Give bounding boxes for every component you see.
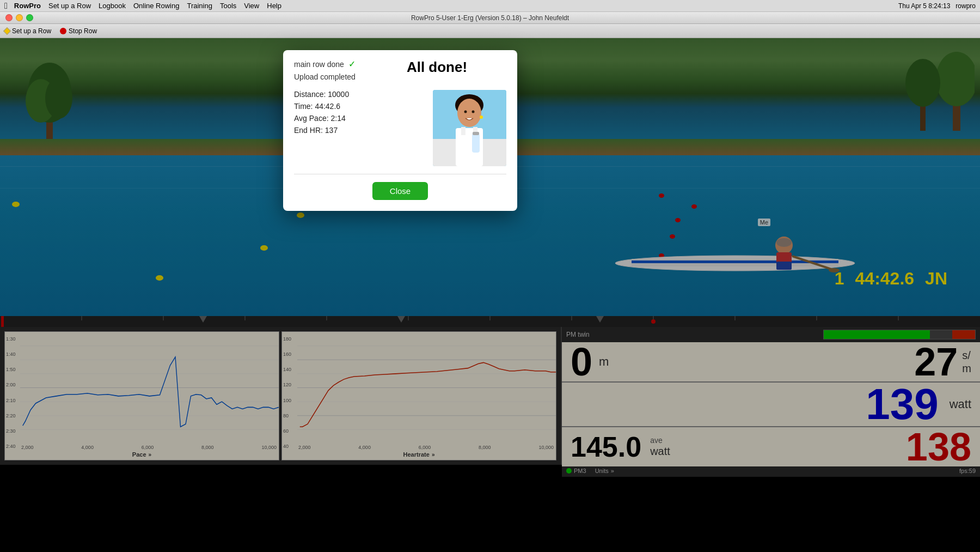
photo-svg (433, 90, 506, 166)
apple-menu[interactable]:  (4, 1, 8, 11)
svg-rect-55 (473, 132, 479, 135)
svg-rect-52 (461, 127, 465, 135)
toolbar: Set up a Row Stop Row (0, 24, 980, 38)
setup-row-label: Set up a Row (12, 27, 51, 35)
check-icon: ✓ (348, 59, 356, 69)
svg-point-49 (472, 111, 475, 113)
modal-top-section: main row done ✓ Upload completed All don… (294, 59, 506, 88)
modal-distance: Distance: 10000 (294, 90, 424, 99)
svg-point-48 (464, 111, 467, 113)
main-area: Me 1 44:42.6 JN (0, 38, 980, 552)
close-button[interactable]: Close (372, 182, 428, 200)
modal-title-area: All done! (400, 59, 506, 76)
title-bar: RowPro 5-User 1-Erg (Version 5.0.18) – J… (0, 12, 980, 24)
stop-row-label: Stop Row (69, 27, 97, 35)
menu-clock: Thu Apr 5 8:24:13 (898, 2, 950, 10)
modal-dialog: main row done ✓ Upload completed All don… (283, 50, 517, 211)
minimize-window-button[interactable] (16, 14, 23, 21)
menu-rowpro[interactable]: RowPro (14, 2, 41, 10)
svg-point-50 (480, 116, 483, 119)
svg-point-47 (457, 99, 481, 127)
maximize-window-button[interactable] (26, 14, 33, 21)
menu-online-rowing[interactable]: Online Rowing (133, 2, 180, 10)
modal-stats: Distance: 10000 Time: 44:42.6 Avg Pace: … (294, 90, 424, 166)
menu-tools[interactable]: Tools (220, 2, 236, 10)
menu-logbook[interactable]: Logbook (99, 2, 126, 10)
modal-avg-pace: Avg Pace: 2:14 (294, 114, 424, 123)
stop-row-icon (60, 28, 66, 34)
menu-training[interactable]: Training (187, 2, 212, 10)
menu-bar:  RowPro Set up a Row Logbook Online Row… (0, 0, 980, 12)
setup-row-button[interactable]: Set up a Row (4, 27, 51, 35)
menu-help[interactable]: Help (267, 2, 281, 10)
close-window-button[interactable] (5, 14, 13, 21)
stop-row-button[interactable]: Stop Row (60, 27, 97, 35)
svg-rect-54 (472, 134, 480, 153)
modal-end-hr: End HR: 137 (294, 126, 424, 135)
menu-setup-row[interactable]: Set up a Row (48, 2, 91, 10)
modal-content-row: Distance: 10000 Time: 44:42.6 Avg Pace: … (294, 90, 506, 166)
modal-time: Time: 44:42.6 (294, 102, 424, 111)
window-title: RowPro 5-User 1-Erg (Version 5.0.18) – J… (411, 14, 569, 22)
modal-status-text: main row done (294, 60, 344, 69)
menu-view[interactable]: View (244, 2, 259, 10)
modal-photo (433, 90, 506, 166)
modal-divider (294, 174, 506, 174)
setup-row-icon (3, 27, 11, 34)
modal-overlay[interactable]: main row done ✓ Upload completed All don… (0, 38, 980, 552)
window-controls (5, 14, 33, 21)
menu-user: rowpro (955, 2, 976, 10)
menu-right-area: Thu Apr 5 8:24:13 rowpro (898, 2, 976, 10)
modal-title: All done! (367, 59, 506, 76)
